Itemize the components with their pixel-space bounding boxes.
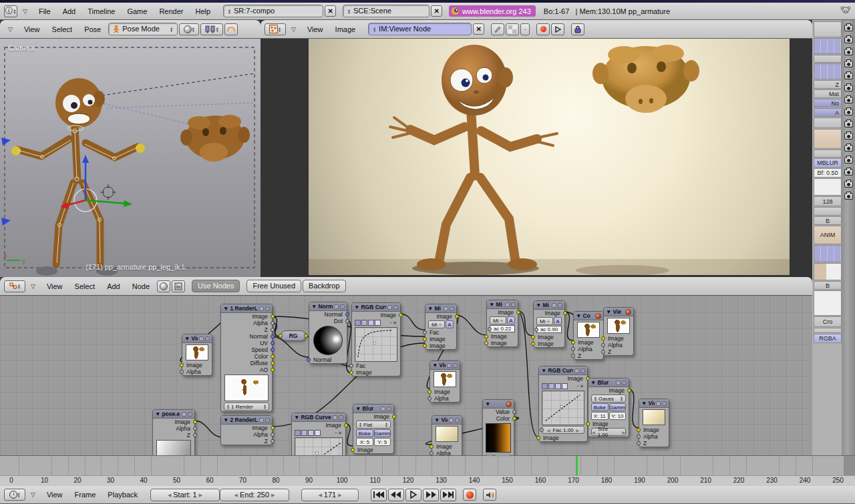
socket-blue[interactable] (307, 358, 311, 362)
socket-gray[interactable] (637, 441, 641, 445)
backdrop-button[interactable]: Backdrop (303, 280, 345, 292)
node-plus-icon[interactable] (444, 306, 448, 311)
socket-yellow[interactable] (271, 426, 275, 430)
camera-tab-icon[interactable] (844, 121, 853, 128)
node-header[interactable]: ▼RGB Curve (292, 413, 345, 422)
draw-type-selector[interactable]: ▲▼ (179, 23, 199, 35)
node-plus-icon[interactable] (574, 368, 579, 373)
socket-gray[interactable] (571, 347, 575, 351)
collapse-triangle-icon[interactable]: ▼ (355, 405, 361, 412)
panel-button-128[interactable]: 128 (814, 196, 842, 206)
menu-item-view[interactable]: View (301, 24, 329, 35)
camera-tab-icon[interactable] (844, 25, 853, 31)
panel-block[interactable] (814, 207, 842, 216)
socket-yellow[interactable] (180, 363, 184, 367)
collapse-triangle-icon[interactable]: ▼ (184, 335, 190, 342)
node-composite[interactable]: ▼CoImageAlphaZ (573, 311, 604, 360)
socket-yellow[interactable] (423, 344, 427, 348)
node-preview-icon[interactable] (265, 306, 270, 311)
window-type-button[interactable]: ▲▼ (265, 23, 286, 35)
alpha-toggle[interactable]: A (507, 316, 515, 324)
snap-button[interactable] (224, 23, 238, 35)
menu-item-game[interactable]: Game (121, 6, 153, 17)
node-preview-icon[interactable] (455, 418, 460, 423)
node-header[interactable]: ▼Vie (430, 361, 460, 370)
socket-yellow[interactable] (351, 448, 355, 452)
socket-yellow[interactable] (571, 340, 575, 344)
node-preview-icon[interactable] (450, 306, 454, 311)
alpha-toggle[interactable]: A (554, 317, 562, 325)
channel-button[interactable] (562, 383, 568, 389)
menu-item-select[interactable]: Select (46, 24, 79, 35)
panel-block[interactable] (814, 117, 842, 128)
material-nodes-toggle[interactable] (157, 280, 170, 292)
camera-tab-icon[interactable] (844, 193, 853, 200)
socket-gray[interactable] (488, 327, 492, 331)
curve-widget[interactable] (295, 437, 343, 455)
collapse-triangle-icon[interactable]: ▼ (311, 303, 317, 310)
collapse-arrow-icon[interactable]: ▽ (27, 491, 39, 498)
node-preview-icon[interactable] (387, 407, 391, 411)
camera-tab-icon[interactable] (844, 37, 853, 43)
socket-yellow[interactable] (271, 361, 275, 365)
menu-item-timeline[interactable]: Timeline (81, 6, 121, 17)
camera-tab-icon[interactable] (844, 133, 853, 140)
collapse-triangle-icon[interactable]: ▼ (541, 367, 546, 374)
current-frame-field[interactable]: ◀171▶ (301, 489, 359, 501)
node-header[interactable]: ▼Mi (534, 301, 564, 310)
panel-button-b[interactable]: B (814, 281, 842, 290)
socket-yellow[interactable] (423, 337, 427, 341)
panel-block[interactable] (814, 328, 842, 333)
socket-gray[interactable] (540, 428, 544, 432)
node-viewer-bottom-mid[interactable]: ▼VieImageAlpha (432, 415, 462, 455)
node-preview-icon[interactable] (339, 415, 343, 420)
node-header[interactable]: ▼Vie (639, 399, 669, 408)
socket-yellow[interactable] (586, 422, 590, 426)
fac-field[interactable]: ac 0.22 (490, 325, 515, 332)
node-preview-icon[interactable] (265, 418, 270, 423)
socket-gray[interactable] (512, 410, 516, 414)
image-editor-canvas[interactable] (261, 39, 812, 277)
node-header[interactable]: ▼2 RenderL (221, 416, 272, 425)
socket-yellow[interactable] (627, 389, 631, 393)
socket-gray[interactable] (423, 330, 427, 334)
play-animation-button[interactable] (551, 23, 564, 35)
socket-yellow[interactable] (193, 420, 197, 424)
camera-tab-icon[interactable] (844, 169, 853, 176)
channel-button[interactable] (361, 320, 367, 326)
socket-yellow[interactable] (271, 314, 275, 318)
socket-gray[interactable] (534, 328, 538, 332)
value-x-11[interactable]: X: 11 (591, 412, 609, 420)
socket-yellow[interactable] (637, 428, 641, 432)
node-viewer-bottom-right[interactable]: ▼VieImageAlphaZ (639, 399, 669, 447)
socket-yellow[interactable] (430, 445, 434, 449)
socket-gray[interactable] (180, 370, 184, 374)
scene-selector[interactable]: ▲▼ SCE:Scene (343, 5, 430, 17)
collapse-triangle-icon[interactable]: ▼ (485, 401, 490, 407)
node-header[interactable]: ▼1 RenderL (221, 304, 272, 313)
node-plus-icon[interactable] (333, 415, 337, 420)
blend-mode-select[interactable]: Mi ÷ (536, 317, 553, 325)
end-frame-field[interactable]: ◀End: 250▶ (220, 489, 289, 501)
node-header[interactable]: ▼Norm (309, 302, 347, 311)
collapse-triangle-icon[interactable]: ▼ (294, 414, 299, 421)
socket-blue[interactable] (345, 312, 349, 316)
collapse-triangle-icon[interactable]: ▼ (428, 305, 433, 312)
node-rgb-curve-top[interactable]: ▼RGB CurveImage~✕FacImage (351, 302, 401, 376)
menu-item-select[interactable]: Select (69, 281, 102, 292)
node-header[interactable]: ▼RGB Curve (539, 366, 587, 375)
node-viewer-mid[interactable]: ▼VieImageAlpha (430, 360, 460, 403)
toggle-gamm[interactable]: Gamm (374, 429, 391, 437)
panel-block[interactable] (814, 21, 842, 37)
value-x-5[interactable]: X: 5 (356, 438, 373, 446)
curve-widget[interactable] (542, 391, 584, 425)
channel-button[interactable] (301, 430, 307, 436)
collapse-triangle-icon[interactable]: ▼ (434, 417, 440, 423)
play-button[interactable] (405, 489, 421, 501)
camera-tab-icon[interactable] (844, 97, 853, 103)
socket-gray[interactable] (349, 364, 353, 368)
panel-button-anim[interactable]: ANIM (814, 226, 842, 244)
color-ramp[interactable] (486, 423, 511, 453)
node-plus-icon[interactable] (616, 381, 621, 385)
collapse-triangle-icon[interactable]: ▼ (641, 400, 647, 407)
